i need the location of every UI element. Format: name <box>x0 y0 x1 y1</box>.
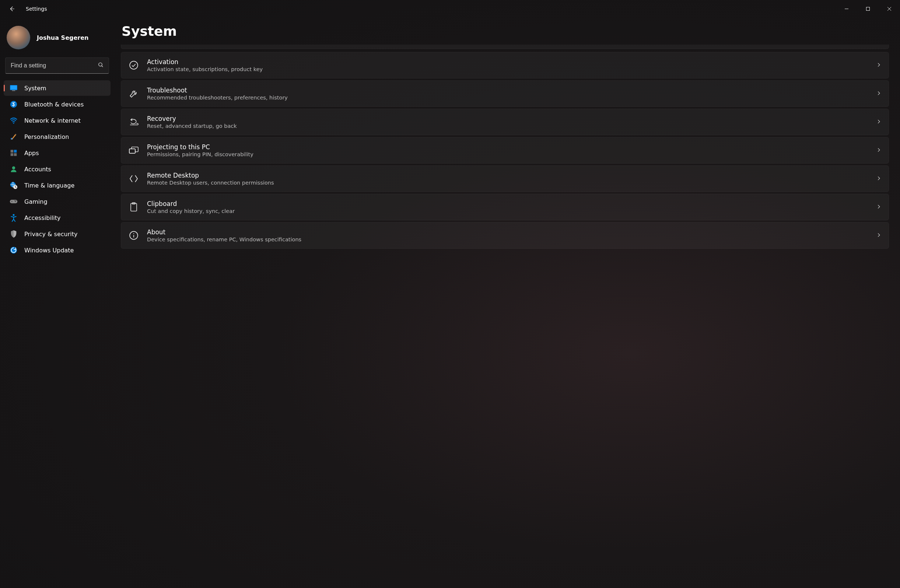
sidebar-item-system[interactable]: System <box>4 80 110 96</box>
chevron-right-icon <box>876 119 881 126</box>
nav: System Bluetooth & devices Network & int… <box>4 80 110 258</box>
user-name: Joshua Segeren <box>37 34 88 41</box>
close-button[interactable] <box>878 2 900 16</box>
card-troubleshoot[interactable]: Troubleshoot Recommended troubleshooters… <box>121 80 889 107</box>
main: System Activation Activation state, subs… <box>114 18 900 588</box>
svg-point-21 <box>15 201 16 202</box>
card-projecting[interactable]: Projecting to this PC Permissions, pairi… <box>121 137 889 164</box>
back-button[interactable] <box>5 2 19 16</box>
gamepad-icon <box>9 197 18 206</box>
svg-point-20 <box>11 201 12 202</box>
svg-rect-30 <box>131 203 137 211</box>
chevron-right-icon <box>876 232 881 239</box>
checkmark-circle-icon <box>129 60 139 70</box>
minimize-icon <box>844 7 849 11</box>
window-title: Settings <box>26 6 47 12</box>
sidebar-item-label: Bluetooth & devices <box>24 101 84 108</box>
previous-card-peek <box>121 45 889 49</box>
page-title: System <box>121 23 891 39</box>
sidebar-item-label: Accessibility <box>24 214 61 222</box>
sidebar-item-network[interactable]: Network & internet <box>4 113 110 128</box>
sidebar-item-bluetooth[interactable]: Bluetooth & devices <box>4 96 110 112</box>
sidebar-item-gaming[interactable]: Gaming <box>4 194 110 209</box>
chevron-right-icon <box>876 175 881 182</box>
card-text: Clipboard Cut and copy history, sync, cl… <box>147 200 868 214</box>
card-title: Projecting to this PC <box>147 143 868 150</box>
projecting-icon <box>129 145 139 155</box>
chevron-right-icon <box>876 90 881 97</box>
sidebar-item-privacy[interactable]: Privacy & security <box>4 226 110 242</box>
chevron-right-icon <box>876 204 881 211</box>
card-desc: Reset, advanced startup, go back <box>147 123 868 129</box>
sidebar-item-label: Personalization <box>24 133 69 140</box>
sidebar-item-update[interactable]: Windows Update <box>4 242 110 258</box>
card-about[interactable]: About Device specifications, rename PC, … <box>121 222 889 249</box>
update-icon <box>9 246 18 254</box>
recovery-icon <box>129 117 139 127</box>
card-text: Troubleshoot Recommended troubleshooters… <box>147 87 868 101</box>
system-icon <box>9 84 18 92</box>
sidebar-item-label: Network & internet <box>24 117 81 124</box>
svg-rect-8 <box>12 90 16 91</box>
remote-desktop-icon <box>129 174 139 184</box>
svg-point-10 <box>13 123 14 124</box>
globe-clock-icon <box>9 181 18 189</box>
card-title: Troubleshoot <box>147 87 868 94</box>
wifi-icon <box>9 116 18 124</box>
card-text: Recovery Reset, advanced startup, go bac… <box>147 115 868 129</box>
settings-window: Settings Joshua Segeren <box>0 0 900 588</box>
sidebar-item-label: Windows Update <box>24 247 74 254</box>
maximize-button[interactable] <box>857 2 878 16</box>
sidebar-item-label: Accounts <box>24 166 51 173</box>
card-remote[interactable]: Remote Desktop Remote Desktop users, con… <box>121 165 889 192</box>
card-title: Clipboard <box>147 200 868 208</box>
sidebar-item-label: System <box>24 85 47 92</box>
card-text: About Device specifications, rename PC, … <box>147 228 868 242</box>
back-arrow-icon <box>8 6 15 12</box>
card-recovery[interactable]: Recovery Reset, advanced startup, go bac… <box>121 109 889 135</box>
sidebar-item-accessibility[interactable]: Accessibility <box>4 210 110 225</box>
sidebar-item-apps[interactable]: Apps <box>4 145 110 161</box>
titlebar: Settings <box>0 0 900 18</box>
sidebar-item-personalization[interactable]: Personalization <box>4 129 110 144</box>
sidebar-item-time[interactable]: Time & language <box>4 178 110 193</box>
user-card[interactable]: Joshua Segeren <box>4 22 110 57</box>
svg-rect-19 <box>10 200 17 203</box>
card-desc: Activation state, subscriptions, product… <box>147 66 868 72</box>
body: Joshua Segeren System <box>0 18 900 588</box>
sidebar-item-accounts[interactable]: Accounts <box>4 161 110 177</box>
card-clipboard[interactable]: Clipboard Cut and copy history, sync, cl… <box>121 194 889 220</box>
card-desc: Cut and copy history, sync, clear <box>147 208 868 214</box>
sidebar-item-label: Gaming <box>24 198 48 205</box>
card-title: About <box>147 228 868 236</box>
svg-rect-28 <box>129 149 135 153</box>
svg-point-22 <box>14 200 15 201</box>
svg-rect-12 <box>11 150 14 153</box>
minimize-button[interactable] <box>836 2 857 16</box>
sidebar-item-label: Privacy & security <box>24 231 78 237</box>
sidebar-item-label: Time & language <box>24 182 74 189</box>
chevron-right-icon <box>876 62 881 69</box>
svg-point-16 <box>12 166 15 169</box>
svg-rect-7 <box>10 85 17 90</box>
card-desc: Recommended troubleshooters, preferences… <box>147 95 868 101</box>
search-input[interactable] <box>5 57 109 74</box>
card-desc: Permissions, pairing PIN, discoverabilit… <box>147 151 868 157</box>
window-controls <box>836 2 900 16</box>
card-text: Remote Desktop Remote Desktop users, con… <box>147 172 868 186</box>
clipboard-icon <box>129 202 139 212</box>
apps-icon <box>9 149 18 157</box>
card-title: Recovery <box>147 115 868 122</box>
svg-point-11 <box>11 138 12 140</box>
svg-rect-14 <box>11 153 14 156</box>
card-text: Activation Activation state, subscriptio… <box>147 58 868 72</box>
sidebar-item-label: Apps <box>24 150 39 157</box>
settings-list[interactable]: Activation Activation state, subscriptio… <box>121 45 891 588</box>
card-activation[interactable]: Activation Activation state, subscriptio… <box>121 52 889 79</box>
svg-point-23 <box>16 200 16 201</box>
card-desc: Device specifications, rename PC, Window… <box>147 237 868 242</box>
svg-point-9 <box>10 101 17 107</box>
svg-rect-1 <box>866 7 870 11</box>
card-text: Projecting to this PC Permissions, pairi… <box>147 143 868 157</box>
shield-icon <box>9 230 18 238</box>
